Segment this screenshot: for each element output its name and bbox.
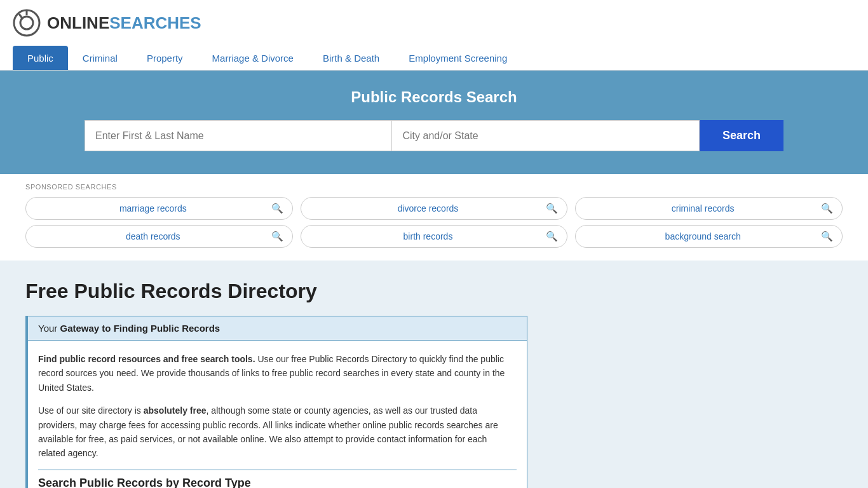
sponsored-item-marriage-records[interactable]: marriage records 🔍 <box>25 197 293 220</box>
sponsored-item-birth-records-label: birth records <box>310 231 546 241</box>
info-box: Your Gateway to Finding Public Records F… <box>25 316 527 488</box>
logo-icon <box>13 9 41 37</box>
search-mag-icon-2: 🔍 <box>546 203 558 214</box>
main-content: Free Public Records Directory Your Gatew… <box>0 261 572 488</box>
search-mag-icon-3: 🔍 <box>821 203 833 214</box>
search-button[interactable]: Search <box>700 120 783 151</box>
sponsored-item-criminal-records[interactable]: criminal records 🔍 <box>575 197 843 220</box>
name-input[interactable] <box>85 120 391 151</box>
logo-searches: SEARCHES <box>109 13 201 33</box>
logo-online: ONLINE <box>47 13 109 33</box>
sponsored-grid: marriage records 🔍 divorce records 🔍 cri… <box>25 197 843 248</box>
directory-title: Free Public Records Directory <box>25 280 546 303</box>
info-paragraph-2: Use of our site directory is absolutely … <box>38 403 517 461</box>
logo-area: ONLINE SEARCHES <box>13 9 855 37</box>
nav-item-criminal[interactable]: Criminal <box>68 46 132 70</box>
logo-text: ONLINE SEARCHES <box>47 13 201 33</box>
sponsored-item-death-records-label: death records <box>35 231 271 241</box>
nav-item-public[interactable]: Public <box>13 46 68 70</box>
nav-item-employment-screening[interactable]: Employment Screening <box>394 46 522 70</box>
info-paragraph-1: Find public record resources and free se… <box>38 352 517 395</box>
sponsored-item-background-search-label: background search <box>585 231 821 241</box>
sponsored-area: SPONSORED SEARCHES marriage records 🔍 di… <box>0 174 868 261</box>
header: ONLINE SEARCHES Public Criminal Property… <box>0 0 868 71</box>
nav-item-birth-death[interactable]: Birth & Death <box>308 46 394 70</box>
search-mag-icon-4: 🔍 <box>271 231 283 242</box>
sponsored-item-divorce-records-label: divorce records <box>310 203 546 214</box>
nav-item-marriage-divorce[interactable]: Marriage & Divorce <box>198 46 308 70</box>
info-box-footer-title: Search Public Records by Record Type <box>38 470 517 488</box>
info-box-header-text: Your Gateway to Finding Public Records <box>38 323 220 334</box>
sponsored-item-birth-records[interactable]: birth records 🔍 <box>301 225 568 248</box>
search-mag-icon-6: 🔍 <box>821 231 833 242</box>
search-fields: Search <box>85 120 783 151</box>
info-box-header: Your Gateway to Finding Public Records <box>28 316 527 341</box>
sponsored-item-divorce-records[interactable]: divorce records 🔍 <box>301 197 568 220</box>
search-banner: Public Records Search Search <box>0 71 868 174</box>
sponsored-item-criminal-records-label: criminal records <box>585 203 821 214</box>
sponsored-item-background-search[interactable]: background search 🔍 <box>575 225 843 248</box>
search-mag-icon-5: 🔍 <box>546 231 558 242</box>
sponsored-item-marriage-records-label: marriage records <box>35 203 271 214</box>
nav-item-property[interactable]: Property <box>132 46 198 70</box>
search-banner-title: Public Records Search <box>25 88 843 106</box>
sponsored-label: SPONSORED SEARCHES <box>25 183 843 191</box>
search-mag-icon: 🔍 <box>271 203 283 214</box>
location-input[interactable] <box>391 120 699 151</box>
info-box-body: Find public record resources and free se… <box>28 341 527 488</box>
sponsored-item-death-records[interactable]: death records 🔍 <box>25 225 293 248</box>
main-nav: Public Criminal Property Marriage & Divo… <box>13 46 855 70</box>
